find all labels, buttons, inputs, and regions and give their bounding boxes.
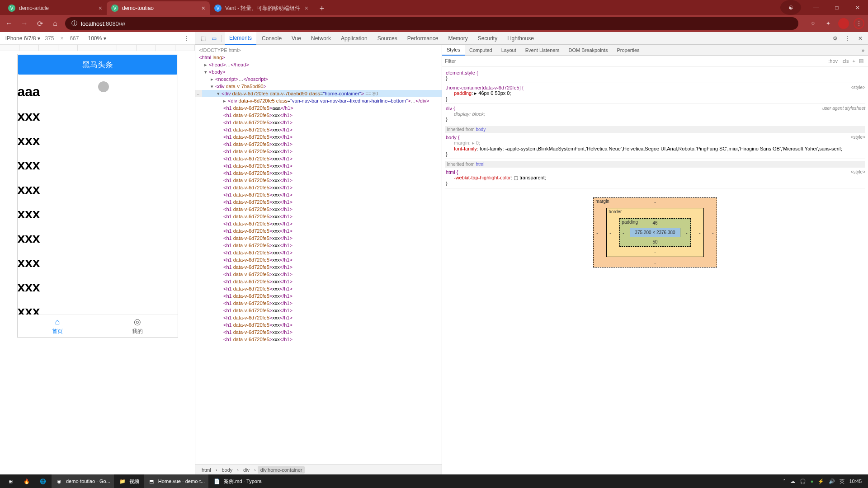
- ime-indicator[interactable]: 英: [840, 478, 844, 485]
- tabbar-mine[interactable]: ◎ 我的: [98, 315, 178, 337]
- list-item: xxx: [18, 108, 178, 124]
- tray-icon[interactable]: 🔊: [829, 479, 835, 484]
- tab-security[interactable]: Security: [473, 32, 502, 45]
- taskbar-app[interactable]: ⬒Home.vue - demo-t...: [144, 474, 208, 488]
- subtab-dom-breakpoints[interactable]: DOM Breakpoints: [564, 45, 613, 56]
- vant-icon: V: [214, 5, 222, 12]
- tab-console[interactable]: Console: [257, 32, 286, 45]
- reload-button[interactable]: ⟳: [34, 18, 45, 29]
- subtab-computed[interactable]: Computed: [465, 45, 497, 56]
- list-item: xxx: [18, 255, 178, 270]
- settings-icon[interactable]: ⚙: [830, 33, 840, 43]
- profile-avatar[interactable]: [838, 18, 849, 29]
- more-icon[interactable]: ⋮: [843, 33, 853, 43]
- devtools-close-icon[interactable]: ✕: [855, 33, 865, 43]
- devtools-tabs: ⬚ ▭ Elements Console Vue Network Applica…: [195, 32, 868, 45]
- box-model[interactable]: margin - - - - border - - - -: [445, 188, 865, 277]
- forward-button[interactable]: →: [19, 18, 30, 29]
- home-icon: ⌂: [55, 317, 60, 327]
- styles-filter: :hov .cls + ▤: [442, 56, 868, 66]
- minimize-button[interactable]: —: [806, 0, 826, 15]
- site-info-icon[interactable]: ⓘ: [71, 19, 77, 28]
- taskbar-app[interactable]: 🌐: [35, 474, 51, 488]
- tab-network[interactable]: Network: [307, 32, 335, 45]
- new-rule-button[interactable]: +: [853, 58, 855, 64]
- taskbar-app[interactable]: 📁视频: [115, 474, 143, 488]
- browser-menu-button[interactable]: ⋮: [854, 18, 864, 29]
- url-path: :8080/#/: [104, 20, 125, 27]
- styles-rules[interactable]: element.style { } <style> .home-containe…: [442, 66, 868, 474]
- browser-toolbar: ← → ⟳ ⌂ ⓘ localhost:8080/#/ ☆ ✦ ⋮: [0, 15, 868, 32]
- device-height[interactable]: 667: [70, 35, 79, 42]
- subtab-styles[interactable]: Styles: [442, 45, 465, 56]
- start-button[interactable]: ⊞: [3, 474, 18, 488]
- close-icon[interactable]: ×: [202, 5, 205, 12]
- app-tabbar: ⌂ 首页 ◎ 我的: [18, 314, 178, 337]
- device-selector[interactable]: iPhone 6/7/8 ▾: [5, 35, 40, 42]
- device-emulation-panel: iPhone 6/7/8 ▾ 375 × 667 100% ▾ ⋮ 黑马头条 a…: [0, 32, 195, 474]
- bookmark-icon[interactable]: ☆: [807, 18, 818, 29]
- device-more-icon[interactable]: ⋮: [184, 35, 189, 42]
- taskbar-app[interactable]: ◉demo-toutiao - Go...: [52, 474, 114, 488]
- close-icon[interactable]: ×: [305, 5, 308, 12]
- subtab-listeners[interactable]: Event Listeners: [521, 45, 564, 56]
- list-item: xxx: [18, 206, 178, 221]
- app-content[interactable]: aaa xxx xxx xxx xxx xxx xxx xxx xxx xxx: [18, 75, 178, 314]
- tab-application[interactable]: Application: [336, 32, 372, 45]
- taskbar-app[interactable]: 🔥: [19, 474, 34, 488]
- tab-memory[interactable]: Memory: [443, 32, 472, 45]
- home-button[interactable]: ⌂: [50, 18, 61, 29]
- back-button[interactable]: ←: [4, 18, 14, 29]
- tray-icon[interactable]: ●: [811, 479, 814, 484]
- device-toolbar: iPhone 6/7/8 ▾ 375 × 667 100% ▾ ⋮: [0, 32, 195, 45]
- tab-vue[interactable]: Vue: [287, 32, 306, 45]
- device-viewport[interactable]: 黑马头条 aaa xxx xxx xxx xxx xxx xxx xxx xxx…: [17, 54, 178, 338]
- tray-icon[interactable]: 🎧: [800, 479, 806, 484]
- windows-taskbar: ⊞ 🔥 🌐 ◉demo-toutiao - Go... 📁视频 ⬒Home.vu…: [0, 474, 868, 488]
- subtab-layout[interactable]: Layout: [497, 45, 521, 56]
- tab-elements[interactable]: Elements: [225, 32, 256, 45]
- vue-icon: V: [111, 5, 118, 12]
- browser-tab[interactable]: V Vant - 轻量、可靠的移动端组件 ×: [210, 1, 313, 15]
- inspect-icon[interactable]: ⬚: [198, 33, 208, 43]
- clock[interactable]: 10:45: [849, 479, 862, 484]
- close-icon[interactable]: ×: [99, 5, 102, 12]
- subtab-properties[interactable]: Properties: [612, 45, 644, 56]
- extensions-icon[interactable]: ✦: [823, 18, 834, 29]
- new-tab-button[interactable]: +: [316, 2, 328, 15]
- taskbar-app[interactable]: 📄案例.md - Typora: [209, 474, 265, 488]
- close-button[interactable]: ✕: [847, 0, 868, 15]
- device-width[interactable]: 375: [45, 35, 54, 42]
- dom-tree[interactable]: <!DOCTYPE html><html lang>▸<head>…</head…: [195, 45, 442, 465]
- styles-panel: Styles Computed Layout Event Listeners D…: [442, 45, 868, 474]
- device-toggle-icon[interactable]: ▭: [209, 33, 219, 43]
- tray-icon[interactable]: ☁: [790, 479, 795, 484]
- tray-icon[interactable]: ˄: [783, 479, 786, 484]
- subtab-more-icon[interactable]: »: [858, 47, 868, 53]
- tab-performance[interactable]: Performance: [403, 32, 443, 45]
- devtools-panel: ⬚ ▭ Elements Console Vue Network Applica…: [195, 32, 868, 474]
- filter-input[interactable]: [445, 58, 826, 64]
- list-item: xxx: [18, 279, 178, 295]
- tabbar-home[interactable]: ⌂ 首页: [18, 315, 98, 337]
- zoom-selector[interactable]: 100% ▾: [88, 35, 106, 42]
- tab-sources[interactable]: Sources: [373, 32, 402, 45]
- computed-toggle-icon[interactable]: ▤: [859, 58, 863, 64]
- tab-lighthouse[interactable]: Lighthouse: [503, 32, 538, 45]
- vue-icon: V: [8, 5, 15, 12]
- maximize-button[interactable]: □: [826, 0, 847, 15]
- system-tray[interactable]: ˄ ☁ 🎧 ● ⚡ 🔊 英 10:45: [783, 478, 865, 485]
- address-bar[interactable]: ⓘ localhost:8080/#/: [65, 17, 798, 30]
- list-item: aaa: [18, 84, 178, 99]
- cls-toggle[interactable]: .cls: [841, 58, 849, 64]
- incognito-icon[interactable]: ☯: [780, 0, 801, 15]
- hov-toggle[interactable]: :hov: [828, 58, 838, 64]
- browser-tab-strip: V demo-article × V demo-toutiao × V Vant…: [0, 0, 868, 15]
- list-item: xxx: [18, 133, 178, 148]
- styles-sub-tabs: Styles Computed Layout Event Listeners D…: [442, 45, 868, 56]
- browser-tab[interactable]: V demo-article ×: [4, 1, 107, 15]
- breadcrumb[interactable]: html› body› div› div.home-container: [195, 465, 442, 474]
- tray-icon[interactable]: ⚡: [818, 479, 824, 484]
- browser-tab[interactable]: V demo-toutiao ×: [107, 1, 210, 15]
- url-host: localhost: [81, 20, 104, 27]
